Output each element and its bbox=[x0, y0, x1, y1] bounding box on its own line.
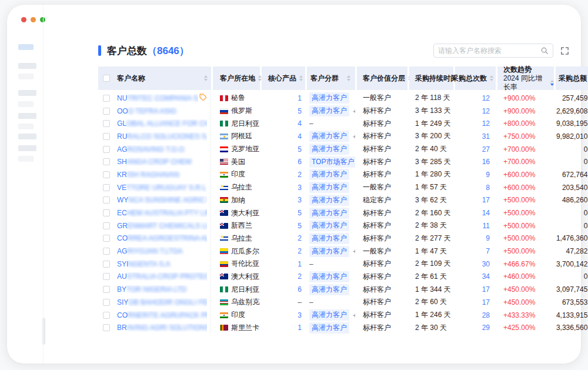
fullscreen-icon[interactable] bbox=[560, 46, 569, 55]
total-count-link[interactable]: 16 bbox=[482, 158, 490, 166]
sidebar-item[interactable] bbox=[18, 90, 36, 96]
core-products-count[interactable]: 2 bbox=[298, 234, 302, 242]
core-products-count[interactable]: 2 bbox=[298, 272, 302, 281]
total-count-link[interactable]: 17 bbox=[482, 298, 490, 306]
segment-tag[interactable]: 高潜力客户 bbox=[309, 322, 349, 334]
customer-name-link[interactable]: AGRIYOJAN T.LTDA bbox=[117, 247, 207, 255]
row-checkbox[interactable] bbox=[103, 286, 110, 293]
total-count-link[interactable]: 30 bbox=[482, 260, 490, 268]
row-checkbox[interactable] bbox=[103, 108, 110, 115]
sidebar-item[interactable] bbox=[18, 101, 34, 107]
segment-tag[interactable]: 高潜力客户 bbox=[309, 208, 349, 219]
select-all-checkbox[interactable] bbox=[103, 75, 110, 82]
core-products-count[interactable]: 5 bbox=[298, 209, 302, 217]
customer-name-link[interactable]: CORNERITE AGRUPACK PRIVATEE ... bbox=[117, 311, 207, 319]
segment-tag[interactable]: 高潜力客户 bbox=[309, 246, 349, 257]
row-checkbox[interactable] bbox=[103, 248, 110, 255]
row-checkbox[interactable] bbox=[103, 273, 110, 280]
customer-name-link[interactable]: SHANGA CROP CHEM bbox=[117, 158, 207, 166]
segment-tag[interactable]: 高潜力客户 bbox=[309, 284, 349, 295]
customer-name-link[interactable]: SIYOB BAHODIR ONGLI FERMERX... bbox=[117, 298, 207, 306]
segment-tag[interactable]: TOP市场客户 bbox=[309, 156, 355, 168]
total-count-link[interactable]: 14 bbox=[482, 209, 490, 217]
core-products-count[interactable]: 2 bbox=[298, 171, 302, 179]
core-products-count[interactable]: 1 bbox=[298, 94, 302, 102]
core-products-count[interactable]: 3 bbox=[298, 311, 302, 319]
search-input[interactable] bbox=[438, 46, 540, 55]
search-icon[interactable] bbox=[540, 46, 549, 55]
segment-tag[interactable]: 高潜力客户 bbox=[309, 271, 349, 282]
sort-icon[interactable] bbox=[204, 75, 208, 81]
row-checkbox[interactable] bbox=[103, 324, 110, 331]
core-products-count[interactable]: 3 bbox=[298, 184, 302, 192]
core-products-count[interactable]: 6 bbox=[298, 285, 302, 294]
customer-name-link[interactable]: KRISH RAGHAVAN bbox=[117, 171, 207, 179]
sidebar-item[interactable] bbox=[18, 124, 34, 129]
row-checkbox[interactable] bbox=[103, 158, 110, 165]
total-count-link[interactable]: 12 bbox=[482, 94, 490, 102]
search-box[interactable] bbox=[433, 44, 553, 58]
sort-icon[interactable] bbox=[347, 75, 350, 81]
row-checkbox[interactable] bbox=[103, 312, 110, 319]
sidebar-item[interactable] bbox=[18, 134, 36, 139]
row-checkbox[interactable] bbox=[103, 299, 110, 306]
sort-icon-active[interactable] bbox=[550, 80, 554, 86]
core-products-count[interactable]: 2 bbox=[298, 247, 302, 255]
sidebar-item[interactable] bbox=[18, 145, 36, 151]
sidebar-item[interactable] bbox=[18, 156, 34, 162]
total-count-link[interactable]: 27 bbox=[482, 145, 490, 154]
customer-name-link[interactable]: ECHEM AUSTRALIA PTY LIMITED bbox=[117, 209, 207, 217]
customer-name-link[interactable]: BYTOR NIGERIA LTD bbox=[117, 285, 207, 294]
customer-name-link[interactable]: GRENMART CHEMICALS LIMITED bbox=[117, 222, 207, 230]
customer-name-link[interactable]: AUSTRALIA CROP PROTECTIONP... bbox=[117, 272, 207, 281]
total-count-link[interactable]: 12 bbox=[482, 107, 490, 115]
customer-name-link[interactable]: RURALCO SOLUCIONES S.A bbox=[117, 132, 207, 141]
core-products-count[interactable]: 1 bbox=[298, 324, 302, 332]
sort-icon[interactable] bbox=[490, 75, 493, 81]
core-products-count[interactable]: 5 bbox=[298, 222, 302, 230]
core-products-count[interactable]: 4 bbox=[298, 119, 302, 128]
core-products-count[interactable]: 5 bbox=[298, 145, 302, 154]
segment-tag[interactable]: 高潜力客户 bbox=[309, 105, 349, 116]
sort-icon[interactable] bbox=[299, 75, 303, 81]
customer-name-link[interactable]: VETTORE URUGUAY S.R.L bbox=[117, 184, 207, 192]
row-checkbox[interactable] bbox=[103, 196, 110, 204]
total-count-link[interactable]: 29 bbox=[482, 324, 490, 332]
total-count-link[interactable]: 17 bbox=[482, 196, 490, 204]
segment-tag[interactable]: 高潜力客户 bbox=[309, 220, 349, 231]
total-count-link[interactable]: 31 bbox=[482, 132, 490, 141]
customer-name-link[interactable]: SYINGENTA S.A bbox=[117, 260, 207, 268]
tag-icon[interactable] bbox=[199, 94, 207, 103]
total-count-link[interactable]: 11 bbox=[483, 222, 490, 230]
row-checkbox[interactable] bbox=[103, 95, 110, 102]
customer-name-link[interactable]: AGROSAVING T.O.O bbox=[117, 145, 207, 154]
sidebar-item[interactable] bbox=[18, 44, 34, 50]
total-count-link[interactable]: 9 bbox=[486, 171, 490, 179]
sidebar-item[interactable] bbox=[18, 74, 34, 79]
core-products-count[interactable]: 6 bbox=[298, 158, 302, 166]
segment-tag[interactable]: 高潜力客户 bbox=[309, 144, 349, 155]
customer-name-link[interactable]: BRAVING AGRI SOLUTIONS PVTLTD bbox=[117, 324, 207, 332]
row-checkbox[interactable] bbox=[103, 261, 110, 268]
row-checkbox[interactable] bbox=[103, 146, 110, 153]
core-products-count[interactable]: 4 bbox=[298, 132, 302, 141]
core-products-count[interactable]: 5 bbox=[298, 107, 302, 115]
row-checkbox[interactable] bbox=[103, 171, 110, 178]
segment-tag[interactable]: 高潜力客户 bbox=[309, 195, 349, 206]
segment-tag[interactable]: 高潜力客户 bbox=[309, 169, 349, 180]
row-checkbox[interactable] bbox=[103, 120, 110, 127]
total-count-link[interactable]: 7 bbox=[486, 247, 490, 255]
segment-tag[interactable]: 高潜力客户 bbox=[309, 92, 349, 104]
segment-tag[interactable]: 高潜力客户 bbox=[309, 182, 349, 193]
total-count-link[interactable]: 8 bbox=[486, 184, 490, 192]
row-checkbox[interactable] bbox=[103, 235, 110, 242]
customer-name-link[interactable]: WYNCA SUNSHINE AGRIC PRODU... bbox=[117, 196, 207, 204]
row-checkbox[interactable] bbox=[103, 209, 110, 216]
total-count-link[interactable]: 28 bbox=[482, 311, 490, 319]
core-products-count[interactable]: 3 bbox=[298, 196, 302, 204]
sidebar-item[interactable] bbox=[18, 113, 36, 119]
segment-tag[interactable]: 高潜力客户 bbox=[309, 131, 349, 142]
segment-tag[interactable]: 高潜力客户 bbox=[309, 233, 349, 244]
total-count-link[interactable]: 34 bbox=[482, 272, 490, 281]
row-checkbox[interactable] bbox=[103, 222, 110, 229]
